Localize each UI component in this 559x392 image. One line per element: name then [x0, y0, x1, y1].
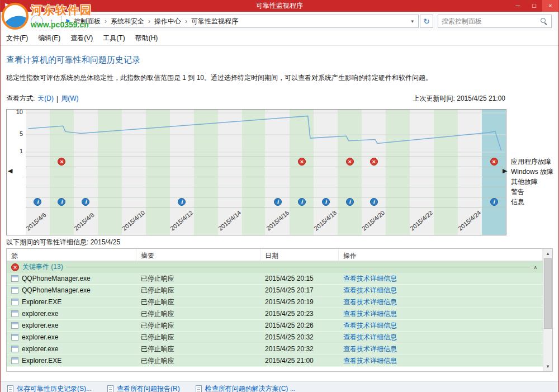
menu-item[interactable]: 查看(V) [70, 34, 93, 43]
view-technical-details-link[interactable]: 查看技术详细信息 [343, 356, 397, 366]
cell-summary: 已停止响应 [136, 274, 260, 284]
error-event-icon[interactable]: × [490, 158, 498, 166]
source-name: explorer.exe [22, 322, 58, 329]
chart-scroll-right-icon[interactable]: ▶ [503, 167, 507, 174]
breadcrumb-separator: › [185, 17, 187, 25]
cell-date: 2015/4/25 20:15 [260, 275, 339, 282]
table-row[interactable]: QQPhoneManager.exe已停止响应2015/4/25 20:17查看… [7, 285, 543, 296]
view-technical-details-link[interactable]: 查看技术详细信息 [343, 286, 397, 295]
scroll-up-icon[interactable]: ▴ [543, 249, 552, 258]
watermark-site-name: 河东软件园 [31, 3, 92, 18]
address-bar[interactable]: ⚑ 控制面板›系统和安全›操作中心›可靠性监视程序 ▾ [61, 15, 419, 28]
reliability-chart: 1051 ×××××iiiiiiiiii2015/4/62015/4/82015… [6, 109, 506, 235]
last-updated-text: 上次更新时间: 2015/4/25 21:00 [413, 94, 505, 103]
search-box[interactable] [438, 15, 552, 28]
source-name: QQPhoneManager.exe [22, 286, 91, 294]
watermark-logo [2, 3, 29, 30]
cell-date: 2015/4/25 20:17 [260, 286, 339, 294]
table-body: QQPhoneManager.exe已停止响应2015/4/25 20:15查看… [7, 273, 543, 367]
info-event-icon[interactable]: i [370, 198, 378, 206]
table-row[interactable]: QQPhoneManager.exe已停止响应2015/4/25 20:15查看… [7, 273, 543, 285]
scroll-down-icon[interactable]: ▾ [543, 362, 552, 371]
menu-item[interactable]: 编辑(E) [38, 34, 60, 43]
error-event-icon[interactable]: × [346, 158, 354, 166]
cell-action: 查看技术详细信息 [339, 274, 543, 284]
table-row[interactable]: explorer.exe已停止响应2015/4/25 20:23查看技术详细信息 [7, 308, 543, 320]
y-axis-tick-label: 10 [16, 108, 23, 115]
footer-link-item: 保存可靠性历史记录(S)... [7, 384, 92, 392]
column-header-action[interactable]: 操作 [339, 249, 543, 261]
document-icon [107, 385, 113, 392]
y-axis-tick-label: 5 [20, 130, 23, 137]
chart-row-label: Windows 故障 [511, 167, 553, 177]
maximize-button[interactable]: □ [526, 0, 542, 12]
info-event-icon[interactable]: i [298, 198, 306, 206]
view-technical-details-link[interactable]: 查看技术详细信息 [343, 344, 397, 354]
info-event-icon[interactable]: i [346, 198, 354, 206]
error-event-icon[interactable]: × [298, 158, 306, 166]
view-weeks-link[interactable]: 周(W) [61, 94, 78, 103]
minimize-button[interactable]: ─ [510, 0, 526, 12]
column-header-date[interactable]: 日期 [260, 249, 339, 261]
breadcrumb-item[interactable]: 操作中心 [153, 17, 182, 26]
column-header-source[interactable]: 源 [7, 249, 136, 261]
menu-item[interactable]: 文件(F) [6, 34, 28, 43]
info-event-icon[interactable]: i [274, 198, 282, 206]
cell-action: 查看技术详细信息 [339, 333, 543, 342]
details-table-main: 源摘要日期操作 × 关键事件 (13) ∧ QQPhoneManager.exe… [7, 249, 543, 371]
view-technical-details-link[interactable]: 查看技术详细信息 [343, 321, 397, 330]
table-row[interactable]: explorer.exe已停止响应2015/4/25 20:32查看技术详细信息 [7, 332, 543, 343]
close-button[interactable]: × [542, 0, 558, 12]
menu-item[interactable]: 帮助(H) [135, 34, 158, 43]
chart-scroll-left-icon[interactable]: ◀ [8, 167, 12, 174]
check-solutions-link[interactable]: 检查所有问题的解决方案(C) ... [205, 384, 296, 392]
description: 稳定性指数可评估系统的总体稳定性，此指数的取值范围是 1 到 10。通过选择特定… [6, 73, 547, 83]
source-name: Explorer.EXE [22, 298, 61, 306]
chart-grid-line [26, 167, 506, 167]
chart-grid-line [26, 177, 506, 177]
save-history-link[interactable]: 保存可靠性历史记录(S)... [17, 384, 92, 392]
cell-source: explorer.exe [7, 322, 136, 329]
view-technical-details-link[interactable]: 查看技术详细信息 [343, 297, 397, 307]
chart-plot-area: ×××××iiiiiiiiii2015/4/62015/4/82015/4/10… [26, 110, 506, 235]
cell-action: 查看技术详细信息 [339, 286, 543, 295]
error-event-icon[interactable]: × [370, 158, 378, 166]
breadcrumb-item[interactable]: 系统和安全 [110, 17, 145, 26]
table-row[interactable]: Explorer.EXE已停止响应2015/4/25 21:00查看技术详细信息 [7, 355, 543, 367]
source-name: explorer.exe [22, 333, 58, 341]
critical-events-error-icon: × [11, 263, 19, 271]
search-input[interactable] [442, 17, 540, 25]
refresh-button[interactable]: ↻ [420, 15, 433, 28]
application-icon [11, 357, 18, 364]
cell-summary: 已停止响应 [136, 321, 260, 330]
view-technical-details-link[interactable]: 查看技术详细信息 [343, 309, 397, 319]
view-problem-reports-link[interactable]: 查看所有问题报告(R) [117, 384, 180, 392]
table-scrollbar[interactable]: ▴ ▾ [543, 249, 552, 371]
column-header-summary[interactable]: 摘要 [136, 249, 260, 261]
table-row[interactable]: Explorer.EXE已停止响应2015/4/25 20:19查看技术详细信息 [7, 296, 543, 308]
view-technical-details-link[interactable]: 查看技术详细信息 [343, 274, 397, 284]
menu-item[interactable]: 工具(T) [103, 34, 125, 43]
scrollbar-track[interactable] [543, 258, 552, 362]
breadcrumb-dropdown-icon[interactable]: ▾ [409, 18, 416, 24]
info-event-icon[interactable]: i [490, 198, 498, 206]
search-icon[interactable] [540, 17, 548, 25]
chart-grid-line [26, 207, 506, 207]
scrollbar-thumb[interactable] [544, 258, 552, 329]
main-content: 查看计算机的可靠性和问题历史记录 稳定性指数可评估系统的总体稳定性，此指数的取值… [1, 55, 558, 381]
group-label: 关键事件 (13) [22, 262, 63, 272]
table-row[interactable]: explorer.exe已停止响应2015/4/25 20:32查看技术详细信息 [7, 343, 543, 355]
cell-date: 2015/4/25 20:23 [260, 310, 339, 318]
view-technical-details-link[interactable]: 查看技术详细信息 [343, 333, 397, 342]
footer-link-item: 检查所有问题的解决方案(C) ... [196, 384, 296, 392]
cell-summary: 已停止响应 [136, 333, 260, 342]
cell-summary: 已停止响应 [136, 297, 260, 307]
cell-date: 2015/4/25 20:32 [260, 345, 339, 353]
collapse-group-icon[interactable]: ∧ [533, 265, 538, 270]
group-row-critical-events[interactable]: × 关键事件 (13) ∧ [7, 261, 543, 273]
breadcrumb-item[interactable]: 可靠性监视程序 [190, 17, 239, 26]
chart-grid-line [26, 197, 506, 197]
info-event-icon[interactable]: i [322, 198, 330, 206]
table-row[interactable]: explorer.exe已停止响应2015/4/25 20:26查看技术详细信息 [7, 320, 543, 332]
view-days-link[interactable]: 天(D) [37, 94, 54, 103]
